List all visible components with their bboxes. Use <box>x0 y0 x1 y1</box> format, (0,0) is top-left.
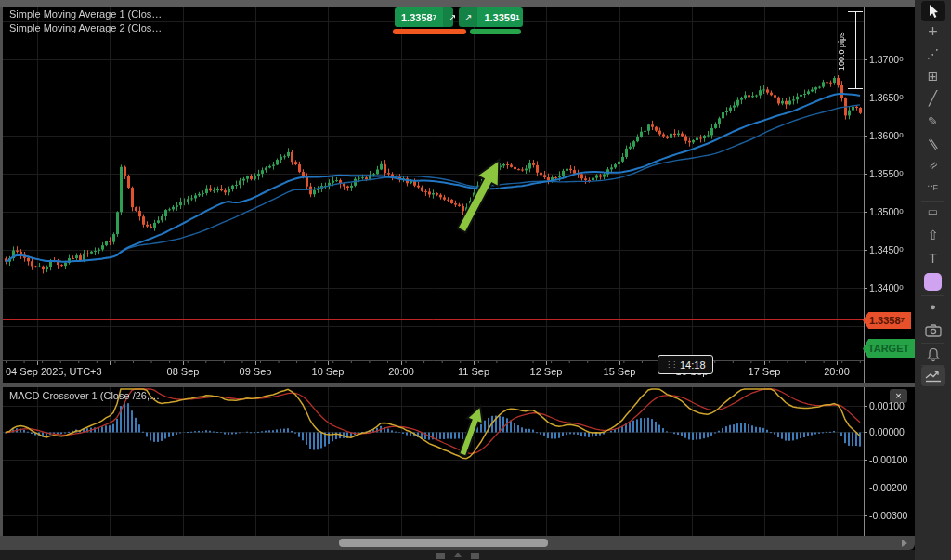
multi-line-tool-icon: ⋰ <box>927 46 940 61</box>
buy-price: 1.33591 <box>477 7 526 27</box>
text-tool[interactable]: T <box>921 248 945 268</box>
macd-panel-close-button[interactable]: × <box>890 389 907 403</box>
toolbar-separator <box>921 201 944 202</box>
arrow-shape-tool-icon: ⇧ <box>928 228 939 242</box>
collapse-panel-icon[interactable] <box>471 553 479 556</box>
collapse-panel-icon[interactable] <box>436 553 445 556</box>
trendline-tool[interactable]: ╱ <box>921 88 945 109</box>
price-line-tag[interactable]: 1.33587 <box>863 312 911 329</box>
trading-chart-window: Simple Moving Average 1 (Clos… Simple Mo… <box>0 0 951 560</box>
text-tool-icon: T <box>929 251 937 266</box>
fibonacci-grid-tool[interactable]: ∷F <box>921 177 945 198</box>
crosshair-tool[interactable]: + <box>921 21 945 42</box>
scrollbar-thumb[interactable] <box>339 539 548 547</box>
alerts-tool-icon <box>927 347 940 362</box>
fibonacci-tool[interactable]: ≈ <box>921 155 945 176</box>
tooltip-time: 14:18 <box>680 359 706 371</box>
quick-trade-tool[interactable] <box>921 366 945 386</box>
screenshot-tool-icon <box>925 324 942 337</box>
arrow-shape-tool[interactable]: ⇧ <box>921 225 945 245</box>
sell-quote-badge[interactable]: 1.33587 ↗ <box>395 7 453 27</box>
quick-trade-tool-icon <box>925 370 942 383</box>
target-tag[interactable]: TARGET <box>863 339 915 358</box>
toolbar-separator <box>921 319 944 319</box>
cursor-tool-icon <box>927 4 940 19</box>
square-plus-tool-icon: ⊞ <box>928 69 939 84</box>
annotation-layer <box>0 0 915 553</box>
shapes-tool[interactable]: ▭ <box>921 202 945 222</box>
buy-volume-bar <box>470 29 521 34</box>
color-swatch-icon <box>924 273 942 291</box>
horizontal-scrollbar[interactable] <box>0 536 915 550</box>
time-crosshair-tooltip[interactable]: ⋮⋮ 14:18 <box>658 355 713 374</box>
buy-signal-arrow[interactable] <box>451 154 510 236</box>
shapes-tool-icon: ▭ <box>928 205 938 218</box>
crosshair-tool-icon: + <box>928 22 938 42</box>
toolbar-separator <box>921 343 944 344</box>
dot-tool-icon: ● <box>930 301 936 312</box>
channel-tool-icon: ∥ <box>927 136 940 150</box>
sell-volume-bar <box>393 29 466 34</box>
trendline-tool-icon: ╱ <box>929 90 937 107</box>
buy-quote-badge[interactable]: ↗ 1.33591 <box>459 7 523 27</box>
pen-tool-icon: ✎ <box>928 114 938 128</box>
fibonacci-tool-icon: ≈ <box>925 158 941 174</box>
color-swatch[interactable] <box>921 271 945 292</box>
drawing-toolbar: +⋰⊞╱✎∥≈∷F▭⇧T● <box>915 0 951 560</box>
dot-tool[interactable]: ● <box>921 296 945 317</box>
buy-signal-arrow[interactable] <box>455 403 489 458</box>
expand-panel-icon[interactable] <box>454 553 462 557</box>
trend-up-icon: ↗ <box>459 7 477 27</box>
square-plus-tool[interactable]: ⊞ <box>921 66 945 86</box>
drag-handle-icon: ⋮⋮ <box>665 360 676 369</box>
channel-tool[interactable]: ∥ <box>921 133 945 153</box>
toolbar-separator <box>921 365 944 366</box>
toolbar-separator <box>921 295 944 296</box>
multi-line-tool[interactable]: ⋰ <box>921 44 945 64</box>
screenshot-tool[interactable] <box>921 320 945 341</box>
sell-price: 1.33587 <box>395 7 443 27</box>
cursor-tool[interactable] <box>921 1 945 21</box>
alerts-tool[interactable] <box>921 345 945 365</box>
pen-tool[interactable]: ✎ <box>921 111 945 131</box>
fibonacci-grid-tool-icon: ∷F <box>928 183 938 192</box>
scroll-right-icon[interactable] <box>902 540 907 547</box>
panel-resize-controls <box>0 550 915 560</box>
